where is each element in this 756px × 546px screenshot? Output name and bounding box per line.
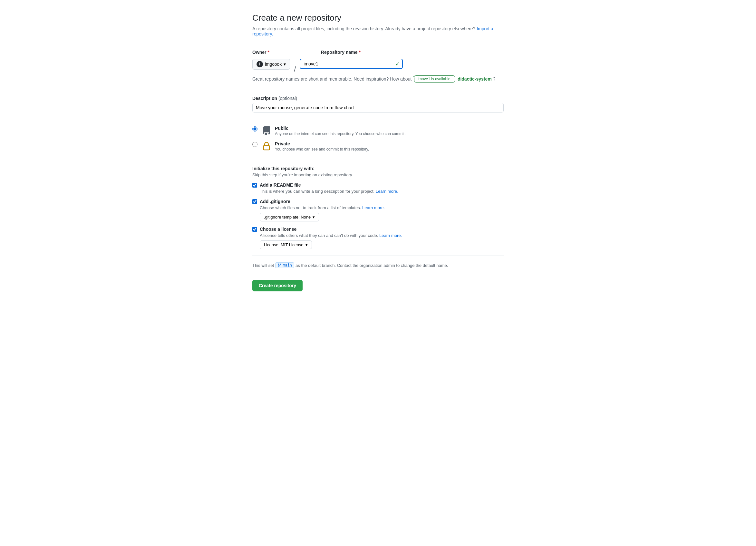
- private-option: Private You choose who can see and commi…: [252, 141, 504, 151]
- availability-tooltip: imove1 is available.: [414, 75, 455, 83]
- suggested-name-link[interactable]: didactic-system: [458, 76, 492, 82]
- private-label[interactable]: Private You choose who can see and commi…: [261, 141, 369, 151]
- readme-learn-more-link[interactable]: Learn more.: [376, 189, 398, 194]
- owner-avatar: i: [257, 61, 263, 67]
- gitignore-label[interactable]: Add .gitignore: [260, 199, 290, 204]
- init-subtitle: Skip this step if you're importing an ex…: [252, 172, 504, 177]
- section-divider-3: [252, 158, 504, 158]
- gitignore-option: Add .gitignore Choose which files not to…: [252, 199, 504, 221]
- branch-note-suffix: as the default branch. Contact the organ…: [296, 263, 448, 268]
- readme-option: Add a README file This is where you can …: [252, 182, 504, 194]
- description-label: Description: [252, 96, 277, 101]
- page-subtitle: A repository contains all project files,…: [252, 26, 504, 36]
- repo-name-label-group: Repository name *: [321, 50, 361, 57]
- branch-badge: main: [275, 262, 294, 268]
- owner-caret-icon: ▾: [284, 62, 286, 67]
- public-book-icon: [261, 126, 272, 136]
- public-option: Public Anyone on the internet can see th…: [252, 126, 504, 136]
- availability-row: Great repository names are short and mem…: [252, 75, 504, 83]
- private-description: You choose who can see and commit to thi…: [275, 147, 369, 151]
- license-description: A license tells others what they can and…: [260, 233, 504, 238]
- repo-name-label: Repository name: [321, 50, 358, 55]
- readme-label[interactable]: Add a README file: [260, 182, 301, 188]
- repo-name-input[interactable]: [300, 59, 403, 69]
- availability-suffix: ?: [493, 76, 496, 82]
- public-radio[interactable]: [252, 126, 257, 132]
- initialize-section: Initialize this repository with: Skip th…: [252, 166, 504, 249]
- branch-icon: [277, 263, 281, 267]
- header-divider: [252, 43, 504, 43]
- gitignore-template-dropdown[interactable]: .gitignore template: None ▾: [260, 213, 319, 221]
- license-dropdown-caret-icon: ▾: [305, 242, 308, 247]
- visibility-section: Public Anyone on the internet can see th…: [252, 126, 504, 151]
- init-title: Initialize this repository with:: [252, 166, 504, 171]
- gitignore-learn-more-link[interactable]: Learn more.: [362, 205, 385, 210]
- license-option: Choose a license A license tells others …: [252, 227, 504, 249]
- public-label[interactable]: Public Anyone on the internet can see th…: [261, 126, 405, 136]
- private-title: Private: [275, 141, 369, 146]
- owner-label-group: Owner *: [252, 50, 269, 57]
- private-radio[interactable]: [252, 142, 257, 147]
- owner-name: imgcook: [265, 62, 282, 67]
- section-divider-2: [252, 119, 504, 119]
- owner-label: Owner: [252, 50, 267, 55]
- page-title: Create a new repository: [252, 13, 504, 23]
- section-divider-4: [252, 256, 504, 256]
- repo-name-required-star: *: [359, 50, 360, 55]
- license-label-text: License: MIT License: [264, 242, 304, 247]
- gitignore-template-label: .gitignore template: None: [264, 215, 311, 219]
- private-lock-icon: [261, 141, 272, 151]
- license-learn-more-link[interactable]: Learn more.: [379, 233, 402, 238]
- owner-dropdown[interactable]: i imgcook ▾: [252, 59, 290, 70]
- branch-note: This will set main as the default branch…: [252, 262, 504, 268]
- owner-required-star: *: [267, 50, 269, 55]
- license-checkbox[interactable]: [252, 227, 257, 232]
- availability-text-1: Great repository names are short and mem…: [252, 76, 412, 82]
- public-title: Public: [275, 126, 405, 131]
- branch-note-prefix: This will set: [252, 263, 274, 268]
- license-label[interactable]: Choose a license: [260, 227, 296, 232]
- create-repository-button[interactable]: Create repository: [252, 280, 303, 291]
- description-optional: (optional): [278, 96, 297, 101]
- readme-checkbox[interactable]: [252, 183, 257, 188]
- check-icon: ✓: [395, 61, 400, 67]
- description-group: Description (optional): [252, 96, 504, 112]
- public-description: Anyone on the internet can see this repo…: [275, 132, 405, 136]
- description-input[interactable]: [252, 103, 504, 112]
- gitignore-dropdown-caret-icon: ▾: [313, 215, 315, 219]
- section-divider-1: [252, 89, 504, 89]
- slash-separator: /: [293, 66, 297, 73]
- gitignore-description: Choose which files not to track from a l…: [260, 205, 504, 210]
- license-dropdown[interactable]: License: MIT License ▾: [260, 240, 312, 249]
- gitignore-checkbox[interactable]: [252, 199, 257, 204]
- readme-description: This is where you can write a long descr…: [260, 189, 504, 194]
